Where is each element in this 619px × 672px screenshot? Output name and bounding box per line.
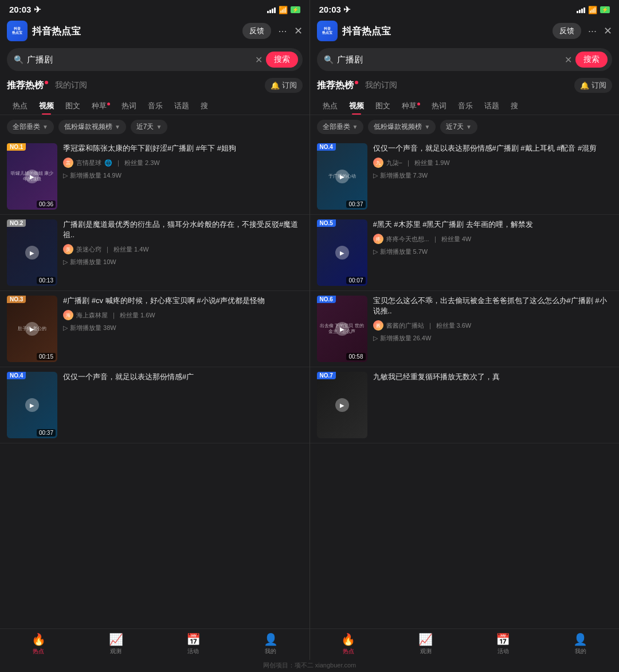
search-button[interactable]: 搜索: [575, 52, 608, 68]
search-clear-button[interactable]: ✕: [255, 54, 263, 65]
tab-recommended[interactable]: 推荐热榜: [317, 80, 358, 92]
cat-tab-话题[interactable]: 话题: [479, 97, 505, 115]
stats-row: ▷新增播放量 14.9W: [63, 171, 303, 180]
cat-tab-视频[interactable]: 视频: [343, 97, 370, 115]
filter-row: 全部垂类 ▼低粉爆款视频榜 ▼近7天 ▼: [310, 115, 620, 139]
subscribe-button[interactable]: 🔔 订阅: [574, 78, 612, 93]
cat-tab-图文[interactable]: 图文: [370, 97, 396, 115]
play-button[interactable]: ▶: [335, 246, 349, 260]
video-item[interactable]: NO.4▶00:37仅仅一个声音，就足以表达那份情感#广: [0, 367, 310, 443]
separator: ｜: [405, 159, 412, 167]
cat-tab-音乐[interactable]: 音乐: [452, 97, 479, 115]
cat-tab-种草[interactable]: 种草: [86, 97, 116, 115]
video-thumbnail: 肚子痛 老公的▶00:15: [7, 296, 57, 362]
play-button[interactable]: ▶: [335, 322, 349, 336]
nav-item-热点[interactable]: 🔥热点: [0, 632, 77, 655]
cat-tab-热词[interactable]: 热词: [116, 97, 142, 115]
cat-tab-视频[interactable]: 视频: [33, 97, 60, 115]
play-button[interactable]: ▶: [335, 170, 349, 183]
video-thumbnail: ▶: [317, 372, 367, 438]
cat-tab-热点[interactable]: 热点: [317, 97, 343, 115]
filter-row: 全部垂类 ▼低粉爆款视频榜 ▼近7天 ▼: [0, 115, 310, 139]
search-bar[interactable]: 🔍 广播剧 ✕ 搜索: [7, 48, 303, 71]
video-item[interactable]: NO.6出去偷 下的宝贝 世的金主 ..怎么声▶00:58宝贝怎么这么不乖，出去…: [310, 291, 620, 367]
nav-item-观测[interactable]: 📈观测: [387, 632, 464, 655]
close-button[interactable]: ✕: [294, 25, 303, 37]
nav-item-活动[interactable]: 📅活动: [155, 632, 232, 655]
feedback-button[interactable]: 反馈: [242, 23, 271, 39]
nav-label-我的: 我的: [265, 647, 276, 655]
more-button[interactable]: ···: [586, 25, 599, 37]
filter-全部垂类[interactable]: 全部垂类 ▼: [317, 120, 364, 134]
cat-tab-音乐[interactable]: 音乐: [142, 97, 169, 115]
author-name: 酱酱的广播站: [386, 321, 424, 330]
play-count-icon: ▷: [373, 335, 378, 342]
filter-全部垂类[interactable]: 全部垂类 ▼: [7, 120, 54, 134]
signal-icon: [577, 6, 585, 13]
app-logo: 抖音 热点宝: [317, 21, 338, 41]
cat-tab-热点[interactable]: 热点: [7, 97, 33, 115]
cat-tab-热词[interactable]: 热词: [426, 97, 452, 115]
more-button[interactable]: ···: [276, 25, 289, 37]
video-item[interactable]: NO.1听罐儿姐的御姐 康少年的顶级▶00:36季冠霖和陈张太康的年下剧好涩#广…: [0, 139, 310, 215]
nav-item-观测[interactable]: 📈观测: [77, 632, 155, 655]
cat-tab-搜[interactable]: 搜: [505, 97, 524, 115]
play-count-icon: ▷: [63, 172, 68, 179]
nav-label-我的: 我的: [575, 647, 586, 655]
video-info: 季冠霖和陈张太康的年下剧好涩#广播剧 #年下 #姐狗言言情星球🌐｜粉丝量 2.3…: [63, 143, 303, 180]
nav-label-观测: 观测: [110, 647, 122, 655]
author-name: 疼疼今天也想...: [386, 235, 429, 243]
bell-icon: 🔔: [271, 81, 280, 90]
video-item[interactable]: NO.4于广播的心动▶00:37仅仅一个声音，就足以表达那份情感#广播剧 #戴上…: [310, 139, 620, 215]
filter-低粉爆款视频榜[interactable]: 低粉爆款视频榜 ▼: [58, 120, 126, 134]
rank-badge: NO.5: [317, 219, 336, 227]
play-button[interactable]: ▶: [25, 170, 39, 183]
video-title: #广播剧 #cv 喊疼的时候，好心疼宝贝啊 #小说#声优都是怪物: [63, 296, 303, 306]
filter-近7天[interactable]: 近7天 ▼: [440, 120, 477, 134]
nav-icon-观测: 📈: [418, 632, 433, 646]
play-button[interactable]: ▶: [25, 322, 39, 336]
filter-低粉爆款视频榜[interactable]: 低粉爆款视频榜 ▼: [368, 120, 436, 134]
video-info: 广播剧是魔道最优秀的衍生品，猫耳分水岭般的存在，不接受反驳#魔道祖..羡羡迷心窍…: [63, 219, 303, 266]
app-header: 抖音 热点宝 抖音热点宝 反馈 ··· ✕: [310, 17, 620, 45]
bottom-nav: 🔥热点📈观测📅活动👤我的: [310, 628, 620, 660]
tab-subscribed[interactable]: 我的订阅: [55, 80, 87, 91]
cat-tab-种草[interactable]: 种草: [396, 97, 426, 115]
search-input[interactable]: 广播剧: [27, 54, 252, 65]
duration-badge: 00:37: [37, 429, 56, 437]
hot-tabs-header: 推荐热榜 我的订阅 🔔 订阅: [0, 76, 310, 95]
cat-tab-搜[interactable]: 搜: [195, 97, 214, 115]
close-button[interactable]: ✕: [604, 25, 612, 37]
search-button[interactable]: 搜索: [266, 52, 298, 68]
nav-item-活动[interactable]: 📅活动: [464, 632, 542, 655]
play-button[interactable]: ▶: [335, 398, 349, 412]
rank-badge: NO.1: [7, 143, 26, 151]
play-button[interactable]: ▶: [25, 398, 39, 412]
feedback-button[interactable]: 反馈: [553, 23, 581, 39]
video-item[interactable]: NO.5▶00:07#黑天 #木苏里 #黑天广播剧 去年画的哩，解禁发疼疼疼今天…: [310, 215, 620, 291]
search-clear-button[interactable]: ✕: [565, 54, 572, 65]
tab-recommended[interactable]: 推荐热榜: [7, 80, 48, 92]
video-item[interactable]: NO.7▶九敏我已经重复循环播放无数次了，真: [310, 367, 620, 443]
nav-item-我的[interactable]: 👤我的: [232, 632, 310, 655]
chevron-down-icon: ▼: [115, 124, 120, 130]
chevron-down-icon: ▼: [42, 124, 48, 130]
search-input[interactable]: 广播剧: [337, 54, 562, 65]
fans-count: 粉丝量 1.4W: [113, 245, 149, 254]
nav-item-热点[interactable]: 🔥热点: [310, 632, 387, 655]
video-item[interactable]: NO.3肚子痛 老公的▶00:15#广播剧 #cv 喊疼的时候，好心疼宝贝啊 #…: [0, 291, 310, 367]
filter-近7天[interactable]: 近7天 ▼: [131, 120, 168, 134]
play-button[interactable]: ▶: [25, 246, 39, 260]
fans-count: 粉丝量 4W: [441, 235, 472, 243]
verified-icon: 🌐: [104, 159, 112, 167]
video-title: 仅仅一个声音，就足以表达那份情感#广播剧 #戴上耳机 #配音 #混剪: [373, 143, 613, 154]
search-bar[interactable]: 🔍 广播剧 ✕ 搜索: [317, 48, 613, 71]
video-item[interactable]: NO.2▶00:13广播剧是魔道最优秀的衍生品，猫耳分水岭般的存在，不接受反驳#…: [0, 215, 310, 291]
subscribe-button[interactable]: 🔔 订阅: [265, 78, 303, 93]
tab-subscribed[interactable]: 我的订阅: [365, 80, 397, 91]
cat-tab-图文[interactable]: 图文: [60, 97, 86, 115]
search-icon: 🔍: [324, 55, 334, 64]
nav-item-我的[interactable]: 👤我的: [542, 632, 619, 655]
cat-tab-话题[interactable]: 话题: [169, 97, 195, 115]
play-count: 新增播放量 7.3W: [380, 171, 428, 180]
